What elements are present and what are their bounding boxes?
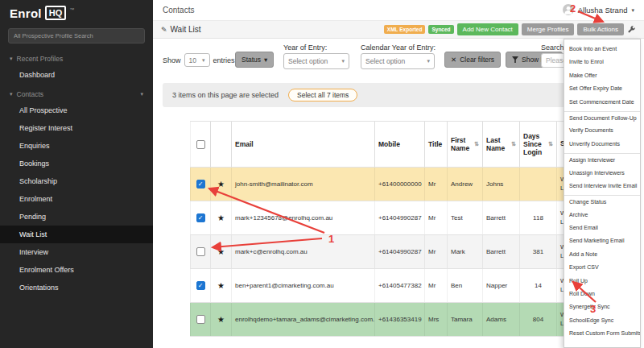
bulk-actions-menu-item[interactable]: Verify Documents — [564, 124, 640, 137]
bulk-actions-menu-item[interactable]: Change Status — [564, 195, 640, 208]
sidebar-item[interactable]: Enquiries — [0, 137, 153, 155]
star-icon[interactable]: ★ — [217, 214, 225, 222]
bulk-actions-menu-item[interactable]: Set Offer Expiry Date — [564, 82, 640, 95]
email-cell[interactable]: enrolhqdemo+tamara_adams@cimarketing.com… — [232, 303, 375, 336]
row-checkbox[interactable]: ✓ — [196, 315, 205, 324]
check-icon: ✓ — [198, 215, 204, 222]
bulk-actions-menu-item[interactable]: Roll Down — [564, 288, 640, 300]
bulk-actions-menu-item[interactable]: Make Offer — [564, 69, 640, 82]
sidebar-item[interactable]: Scholarship — [0, 172, 153, 190]
bulk-actions-menu-item[interactable]: Roll Up — [564, 275, 640, 288]
page-size-select[interactable]: 10▾ — [184, 53, 210, 67]
bulk-actions-menu-item[interactable]: Reset Custom Form Submits — [564, 327, 640, 340]
sidebar-item[interactable]: Bookings — [0, 155, 153, 172]
bulk-actions-menu-item[interactable]: Unverify Documents — [564, 138, 640, 151]
row-checkbox[interactable]: ✓ — [196, 247, 205, 256]
sidebar-item[interactable]: Interview — [0, 243, 153, 261]
email-cell[interactable]: john-smith@mailinator.com — [232, 168, 375, 201]
bulk-actions-menu-item[interactable]: Assign Interviewer — [564, 153, 640, 166]
star-icon[interactable]: ★ — [217, 248, 225, 256]
row-checkbox[interactable]: ✓ — [196, 281, 205, 290]
days-since-login-cell: 381 — [520, 235, 557, 268]
email-cell[interactable]: mark+12345678@enrolhq.com.au — [232, 201, 375, 234]
sidebar-section-header-recent-profiles[interactable]: ▾ Recent Profiles — [0, 48, 153, 66]
title-column-header[interactable]: Title — [425, 122, 448, 167]
bulk-actions-menu-item[interactable]: Synergetic Sync — [564, 300, 640, 313]
email-column-header[interactable]: Email — [232, 122, 375, 167]
sidebar-item-label: Pending — [19, 213, 46, 221]
bulk-actions-menu-item[interactable]: Send Interview Invite Email — [564, 180, 640, 193]
bulk-actions-menu-item[interactable]: SchoolEdge Sync — [564, 314, 640, 327]
bulk-actions-menu-item[interactable]: Archive — [564, 209, 640, 222]
first-name-cell: Test — [448, 201, 483, 234]
status-filter-button[interactable]: Status▾ — [235, 52, 274, 68]
email-cell[interactable]: mark+c@enrolhq.com.au — [232, 235, 375, 268]
sidebar-item-label: Enrolment — [19, 195, 52, 203]
clear-filters-button[interactable]: ✕ Clear filters — [444, 52, 501, 68]
chevron-down-icon: ▾ — [202, 57, 205, 64]
days-since-login-cell: 804 — [520, 303, 557, 336]
sidebar-item[interactable]: Enrolment — [0, 190, 153, 208]
user-menu[interactable]: Allusha Strand ▾ — [563, 4, 634, 17]
bulk-actions-menu: Book Into an Event Invite to Enrol Make … — [564, 39, 641, 348]
sidebar-item[interactable]: Enrolment Offers — [0, 261, 153, 279]
select-all-items-button[interactable]: Select all 7 items — [288, 89, 357, 102]
bulk-actions-menu-item[interactable]: Send Marketing Email — [564, 234, 640, 247]
merge-profiles-button[interactable]: Merge Profiles — [522, 23, 575, 35]
calendar-year-select[interactable]: Select option▾ — [361, 53, 435, 69]
top-bar: Contacts Allusha Strand ▾ — [153, 0, 644, 21]
sort-icon: ⇅ — [473, 141, 479, 147]
title-cell: Mrs — [425, 303, 448, 336]
sidebar-item[interactable]: Register Interest — [0, 119, 153, 137]
sidebar-item-label: Scholarship — [19, 177, 57, 185]
user-name: Allusha Strand — [578, 6, 628, 14]
edit-icon[interactable]: ✎ — [161, 26, 167, 34]
bulk-actions-menu-item[interactable]: Invite to Enrol — [564, 56, 640, 68]
row-checkbox[interactable]: ✓ — [196, 213, 205, 222]
sidebar-item[interactable]: Orientations — [0, 279, 153, 296]
chevron-down-icon: ▾ — [10, 56, 13, 62]
sidebar-item[interactable]: Wait List — [0, 226, 153, 243]
clear-icon: ✕ — [451, 56, 456, 64]
sidebar-section-contacts: ▾ Contacts ▾ All Prospective Register In… — [0, 84, 153, 296]
sidebar-item-label: Enquiries — [19, 142, 50, 150]
mobile-column-header[interactable]: Mobile — [375, 122, 425, 167]
select-all-checkbox[interactable]: ✓ — [196, 140, 205, 149]
bulk-actions-menu-item[interactable]: Send Document Follow-Up — [564, 111, 640, 124]
year-of-entry-select[interactable]: Select option▾ — [283, 53, 349, 69]
days-since-login-column-header[interactable]: Days Since Login⇅ — [520, 122, 557, 167]
selection-message: 3 items on this page are selected — [172, 91, 279, 99]
sort-icon: ⇅ — [510, 141, 516, 147]
app-window: Enrol HQ ™ ▾ Recent Profiles Dashboard — [0, 0, 644, 348]
last-name-cell: Napper — [483, 269, 520, 302]
sidebar-item[interactable]: Dashboard — [0, 66, 153, 84]
page-title: Contacts — [163, 6, 194, 14]
logo-box: HQ — [45, 6, 67, 20]
bulk-actions-menu-item[interactable]: Unassign Interviewers — [564, 167, 640, 180]
bulk-actions-menu-item[interactable]: Send Email — [564, 222, 640, 234]
bulk-actions-menu-item[interactable]: Export CSV — [564, 261, 640, 274]
bulk-actions-menu-item[interactable]: Add a Note — [564, 248, 640, 261]
star-icon[interactable]: ★ — [217, 316, 225, 324]
bulk-actions-menu-item[interactable]: Set Commencement Date — [564, 96, 640, 109]
show-label: Show — [163, 56, 181, 64]
sidebar-item[interactable]: Pending — [0, 208, 153, 226]
star-icon[interactable]: ★ — [217, 282, 225, 290]
sidebar-item-label: Register Interest — [19, 124, 72, 132]
last-name-column-header[interactable]: Last Name⇅ — [483, 122, 520, 167]
first-name-column-header[interactable]: First Name⇅ — [448, 122, 483, 167]
email-cell[interactable]: ben+parent1@cimarketing.com.au — [232, 269, 375, 302]
sidebar-section-header-contacts[interactable]: ▾ Contacts ▾ — [0, 84, 153, 102]
chevron-down-icon: ▾ — [341, 58, 345, 64]
row-checkbox[interactable]: ✓ — [196, 180, 205, 188]
app-logo[interactable]: Enrol HQ ™ — [0, 0, 153, 24]
wrench-icon[interactable] — [627, 25, 636, 34]
bulk-actions-button[interactable]: Bulk Actions — [577, 23, 624, 35]
sidebar-item-label: Orientations — [19, 284, 59, 292]
star-icon[interactable]: ★ — [217, 180, 225, 188]
sidebar-item[interactable]: All Prospective — [0, 102, 153, 119]
add-new-contact-button[interactable]: Add New Contact — [457, 23, 518, 35]
bulk-actions-menu-item[interactable]: Book Into an Event — [564, 43, 640, 56]
xml-exported-badge: XML Exported — [384, 25, 426, 34]
profile-search-input[interactable] — [8, 28, 145, 44]
